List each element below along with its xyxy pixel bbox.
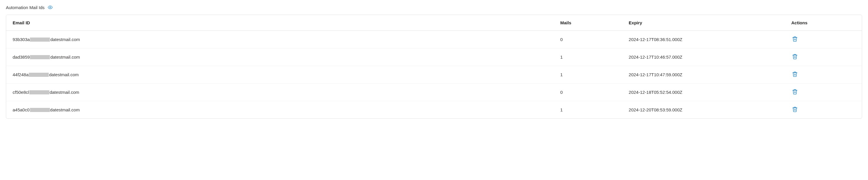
mail-ids-table-container: Email ID Mails Expiry Actions 93b303adat… [6,15,862,119]
email-suffix: datestmail.com [50,90,79,95]
cell-mails: 0 [554,31,622,48]
table-row: 93b303adatestmail.com02024-12-17T08:36:5… [6,31,862,48]
cell-mails: 1 [554,48,622,66]
header-actions: Actions [785,15,862,31]
email-prefix: a45a0c0 [12,107,30,112]
cell-email: 44f248adatestmail.com [6,66,554,83]
cell-email: dad3859datestmail.com [6,48,554,66]
cell-email: 93b303adatestmail.com [6,31,554,48]
email-prefix: 93b303a [12,37,30,42]
email-redacted-block [30,55,50,59]
section-header: Automation Mail Ids [6,5,862,10]
table-row: 44f248adatestmail.com12024-12-17T10:47:5… [6,66,862,83]
visibility-icon[interactable] [48,5,53,10]
table-header-row: Email ID Mails Expiry Actions [6,15,862,31]
email-redacted-block [30,38,50,42]
cell-expiry: 2024-12-17T10:47:59.000Z [622,66,785,83]
table-row: dad3859datestmail.com12024-12-17T10:46:5… [6,48,862,66]
cell-expiry: 2024-12-17T10:46:57.000Z [622,48,785,66]
email-prefix: 44f248a [12,72,29,77]
email-suffix: datestmail.com [50,55,80,60]
cell-actions [785,101,862,119]
cell-email: a45a0c0datestmail.com [6,101,554,119]
cell-mails: 0 [554,83,622,101]
svg-point-0 [49,7,51,8]
email-redacted-block [29,73,49,77]
delete-button[interactable] [792,71,798,79]
table-row: cf50e8cldatestmail.com02024-12-18T05:52:… [6,83,862,101]
trash-icon [792,53,798,60]
email-prefix: cf50e8cl [12,90,29,95]
email-suffix: datestmail.com [49,72,79,77]
delete-button[interactable] [792,35,798,43]
delete-button[interactable] [792,88,798,96]
cell-email: cf50e8cldatestmail.com [6,83,554,101]
email-suffix: datestmail.com [50,37,80,42]
header-expiry: Expiry [622,15,785,31]
mail-ids-table: Email ID Mails Expiry Actions 93b303adat… [6,15,862,118]
cell-mails: 1 [554,101,622,119]
cell-mails: 1 [554,66,622,83]
trash-icon [792,106,798,113]
email-prefix: dad3859 [12,55,30,60]
cell-actions [785,83,862,101]
header-email: Email ID [6,15,554,31]
email-redacted-block [30,108,50,112]
table-row: a45a0c0datestmail.com12024-12-20T08:53:5… [6,101,862,119]
delete-button[interactable] [792,53,798,61]
email-redacted-block [29,90,49,95]
header-mails: Mails [554,15,622,31]
email-suffix: datestmail.com [50,107,80,112]
cell-actions [785,48,862,66]
trash-icon [792,36,798,43]
cell-actions [785,66,862,83]
delete-button[interactable] [792,106,798,114]
cell-actions [785,31,862,48]
cell-expiry: 2024-12-20T08:53:59.000Z [622,101,785,119]
cell-expiry: 2024-12-17T08:36:51.000Z [622,31,785,48]
section-title: Automation Mail Ids [6,5,44,10]
trash-icon [792,71,798,78]
cell-expiry: 2024-12-18T05:52:54.000Z [622,83,785,101]
trash-icon [792,89,798,96]
